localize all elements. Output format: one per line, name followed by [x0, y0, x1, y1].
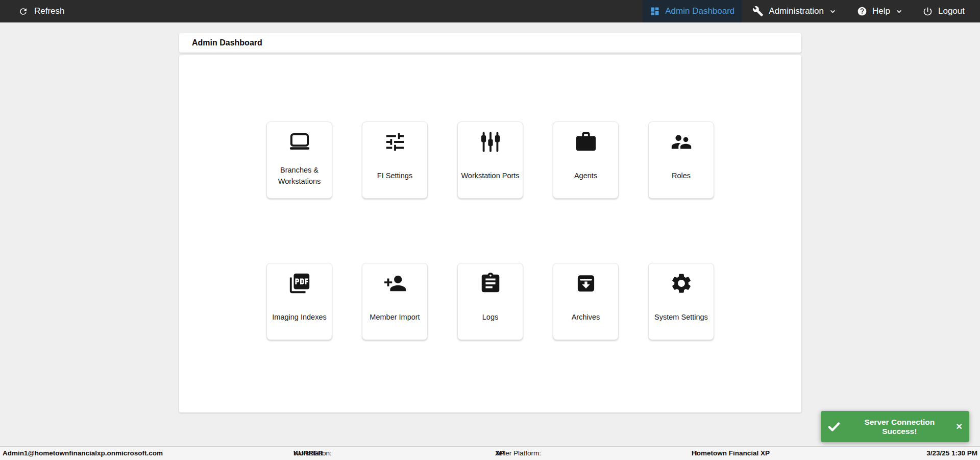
toast-close-button[interactable]: ✕	[956, 422, 963, 431]
tile-label: Branches & Workstations	[267, 162, 332, 189]
tile-label: Workstation Ports	[458, 162, 523, 189]
tile-workstation-ports[interactable]: Workstation Ports	[457, 122, 523, 199]
dashboard-grid-icon	[650, 6, 660, 16]
clipboard-icon	[479, 271, 502, 295]
dashboard-card: Branches & Workstations FI Settings Work…	[179, 55, 801, 413]
status-bar: Admin1@hometownfinancialxp.onmicrosoft.c…	[0, 446, 980, 460]
tile-label: Agents	[553, 162, 618, 189]
tile-member-import[interactable]: Member Import	[362, 263, 428, 340]
logout-button[interactable]: Logout	[922, 0, 965, 22]
page-title-card: Admin Dashboard	[179, 33, 801, 53]
toast-message: Server Connection Success!	[846, 418, 953, 436]
refresh-icon	[18, 7, 28, 16]
power-icon	[922, 6, 933, 17]
tile-label: FI Settings	[362, 162, 427, 189]
nav-tab-admin-dashboard[interactable]: Admin Dashboard	[643, 0, 742, 22]
nav-menu-administration[interactable]: Administration	[752, 0, 837, 22]
tile-logs[interactable]: Logs	[457, 263, 523, 340]
briefcase-icon	[574, 130, 598, 154]
nav-tab-label: Admin Dashboard	[665, 6, 734, 16]
help-circle-icon	[857, 6, 867, 16]
status-fi: FI: Hometown Financial XP	[692, 447, 770, 460]
person-add-icon	[383, 271, 407, 295]
tile-label: Roles	[649, 162, 714, 189]
tile-roles[interactable]: Roles	[648, 122, 714, 199]
tile-row-2: Imaging Indexes Member Import Logs Archi…	[179, 263, 801, 340]
nav-menu-label: Help	[872, 6, 890, 16]
top-nav: Refresh Admin Dashboard Administration H…	[0, 0, 980, 22]
laptop-icon	[288, 130, 311, 154]
nav-menu-help[interactable]: Help	[857, 0, 903, 22]
people-icon	[670, 130, 693, 154]
tile-label: System Settings	[649, 304, 714, 330]
status-datetime: 3/23/25 1:30 PM	[926, 447, 977, 460]
status-teller-platform: Teller Platform: XP	[495, 447, 504, 460]
wrench-icon	[752, 6, 764, 17]
tile-label: Archives	[553, 304, 618, 330]
toast-success: Server Connection Success! ✕	[821, 411, 969, 442]
tile-label: Logs	[458, 304, 523, 330]
tile-label: Member Import	[362, 304, 427, 330]
tune-sliders-icon	[383, 130, 407, 154]
check-icon	[827, 420, 841, 433]
refresh-button[interactable]: Refresh	[18, 6, 65, 16]
vertical-sliders-icon	[479, 130, 502, 154]
tile-system-settings[interactable]: System Settings	[648, 263, 714, 340]
tile-row-1: Branches & Workstations FI Settings Work…	[179, 122, 801, 199]
chevron-down-icon	[829, 8, 837, 15]
chevron-down-icon	[895, 8, 903, 15]
tile-fi-settings[interactable]: FI Settings	[362, 122, 428, 199]
tile-label: Imaging Indexes	[267, 304, 332, 330]
page-title: Admin Dashboard	[192, 38, 262, 47]
archive-box-icon	[574, 271, 598, 295]
refresh-label: Refresh	[34, 6, 65, 16]
tile-branches-workstations[interactable]: Branches & Workstations	[266, 122, 332, 199]
gear-icon	[670, 271, 693, 295]
tile-agents[interactable]: Agents	[553, 122, 619, 199]
tile-archives[interactable]: Archives	[553, 263, 619, 340]
status-user-email: Admin1@hometownfinancialxp.onmicrosoft.c…	[3, 447, 163, 460]
pdf-file-icon	[288, 271, 311, 295]
logout-label: Logout	[938, 6, 965, 16]
nav-right: Admin Dashboard Administration Help	[643, 0, 980, 22]
tile-imaging-indexes[interactable]: Imaging Indexes	[266, 263, 332, 340]
nav-menu-label: Administration	[769, 6, 824, 16]
status-workstation: Workstation: KURRER	[293, 447, 323, 460]
